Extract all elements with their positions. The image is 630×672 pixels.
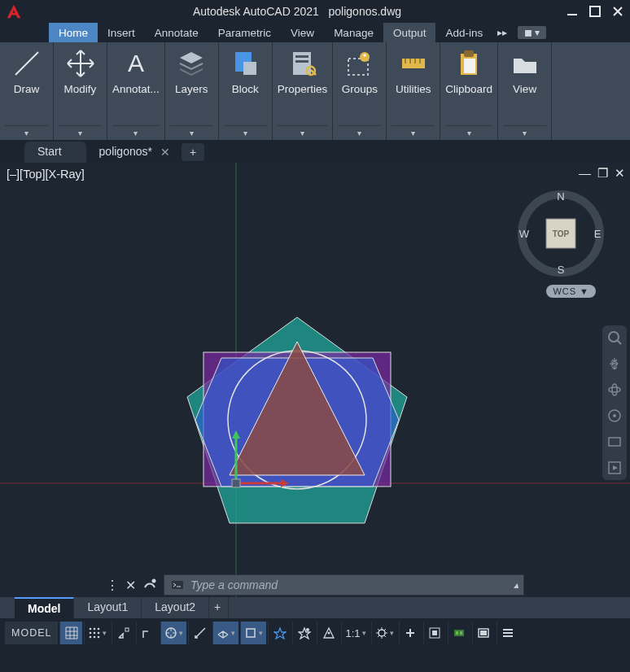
- hardware-icon[interactable]: [448, 622, 470, 644]
- panel-expand[interactable]: ▾: [112, 125, 160, 140]
- menu-annotate[interactable]: Annotate: [145, 23, 208, 42]
- iso-icon[interactable]: ▾: [212, 622, 238, 644]
- play-icon[interactable]: [606, 459, 623, 477]
- layout-tab-model[interactable]: Model: [15, 597, 74, 618]
- osnap-icon[interactable]: ▾: [240, 622, 266, 644]
- cmd-handle-icon[interactable]: ⋮: [106, 578, 119, 593]
- command-placeholder: Type a command: [190, 578, 278, 591]
- maximize-button[interactable]: [588, 4, 602, 19]
- cycle-icon[interactable]: 1:1▾: [341, 622, 369, 644]
- ribbon-panel-clipboard[interactable]: Clipboard ▾: [440, 42, 498, 140]
- svg-rect-17: [464, 50, 474, 57]
- autosnap-icon[interactable]: [268, 622, 291, 644]
- menu-output[interactable]: Output: [383, 23, 436, 42]
- showmotion-icon[interactable]: [606, 433, 623, 451]
- menu-home[interactable]: Home: [49, 23, 98, 42]
- ortho-icon[interactable]: ▾: [160, 622, 186, 644]
- plus-small-icon[interactable]: [399, 622, 422, 644]
- move-icon: [64, 47, 97, 80]
- polar-icon[interactable]: [188, 622, 211, 644]
- panel-expand[interactable]: ▾: [338, 125, 381, 140]
- wcs-selector[interactable]: WCS ▼: [546, 285, 596, 298]
- ribbon-label: Modify: [64, 83, 97, 95]
- menu-addins[interactable]: Add-ins: [435, 23, 492, 42]
- navcube-face: TOP: [553, 229, 570, 238]
- ribbon-label: Block: [232, 83, 259, 95]
- menu-overflow[interactable]: ▸▸ ◼ ▾: [497, 23, 546, 42]
- svg-rect-62: [480, 631, 487, 635]
- ribbon-panel-layers[interactable]: Layers ▾: [165, 42, 219, 140]
- steering-icon[interactable]: [606, 407, 623, 425]
- status-model-button[interactable]: MODEL: [5, 622, 58, 644]
- close-icon[interactable]: ✕: [160, 146, 170, 159]
- close-button[interactable]: [610, 4, 625, 19]
- ribbon-panel-modify[interactable]: Modify ▾: [54, 42, 107, 140]
- layout-tab-2[interactable]: Layout2: [142, 597, 209, 618]
- orbit-icon[interactable]: [606, 381, 623, 399]
- panel-expand[interactable]: ▾: [224, 125, 267, 140]
- grid-icon[interactable]: [59, 622, 82, 644]
- ribbon-panel-properties[interactable]: Properties ▾: [273, 42, 334, 140]
- gear-icon[interactable]: ▾: [371, 622, 397, 644]
- layout-tabs: Model Layout1 Layout2 +: [0, 597, 630, 618]
- panel-expand[interactable]: ▾: [392, 125, 435, 140]
- svg-rect-59: [432, 631, 437, 635]
- svg-rect-7: [295, 55, 308, 58]
- svg-rect-8: [295, 60, 308, 63]
- panel-expand[interactable]: ▾: [503, 125, 546, 140]
- lineweight-icon[interactable]: [292, 622, 315, 644]
- panel-expand[interactable]: ▾: [59, 125, 102, 140]
- svg-rect-52: [125, 628, 129, 631]
- tab-start[interactable]: Start: [24, 142, 86, 163]
- ribbon-panel-block[interactable]: Block ▾: [219, 42, 273, 140]
- layout-tab-1[interactable]: Layout1: [74, 597, 142, 618]
- view-cube[interactable]: N E S W TOP: [516, 189, 606, 278]
- pan-icon[interactable]: [606, 355, 623, 373]
- panel-expand[interactable]: ▾: [445, 125, 492, 140]
- navcube-n: N: [557, 190, 564, 203]
- text-A-icon: A: [120, 47, 152, 80]
- command-input[interactable]: Type a command ▴: [164, 574, 524, 596]
- viewport[interactable]: [–][Top][X-Ray] — ❐ ✕ N E: [0, 163, 630, 597]
- svg-marker-39: [613, 465, 618, 470]
- ribbon-panel-draw[interactable]: Draw ▾: [0, 42, 54, 140]
- panel-expand[interactable]: ▾: [5, 125, 48, 140]
- menu-parametric[interactable]: Parametric: [208, 23, 281, 42]
- panel-expand[interactable]: ▾: [170, 125, 213, 140]
- navigation-bar: [602, 325, 627, 480]
- svg-point-46: [90, 632, 92, 635]
- isolate-icon[interactable]: [423, 622, 446, 644]
- svg-rect-54: [247, 629, 255, 637]
- block-icon: [229, 47, 261, 80]
- cmd-close-icon[interactable]: ✕: [125, 578, 136, 593]
- cmd-customize-icon[interactable]: [142, 576, 157, 594]
- navcube-e: E: [594, 228, 602, 240]
- tab-file[interactable]: poligonos*✕: [86, 142, 177, 163]
- transparency-icon[interactable]: [317, 622, 339, 644]
- ribbon-panel-view[interactable]: View ▾: [498, 42, 552, 140]
- ribbon: Draw ▾ Modify ▾ A Annotat... ▾ Layers ▾ …: [0, 42, 630, 140]
- menu-view[interactable]: View: [281, 23, 324, 42]
- layout-tab-add[interactable]: +: [209, 597, 229, 618]
- cmd-history-icon[interactable]: ▴: [514, 579, 518, 591]
- menu-icon[interactable]: [497, 622, 519, 644]
- svg-rect-1: [590, 7, 600, 16]
- cmd-prompt-icon: [171, 578, 184, 591]
- menu-insert[interactable]: Insert: [98, 23, 145, 42]
- ribbon-panel-utilities[interactable]: Utilities ▾: [387, 42, 440, 140]
- snap-icon[interactable]: ▾: [84, 622, 110, 644]
- ribbon-label: Draw: [14, 83, 40, 95]
- zoom-extents-icon[interactable]: [606, 329, 623, 347]
- minimize-button[interactable]: [565, 4, 580, 19]
- svg-rect-0: [567, 14, 577, 15]
- ribbon-panel-annotation[interactable]: A Annotat... ▾: [107, 42, 165, 140]
- new-tab-button[interactable]: +: [182, 143, 204, 161]
- svg-text:A: A: [128, 50, 144, 76]
- menu-manage[interactable]: Manage: [324, 23, 383, 42]
- dynamic-icon[interactable]: [136, 622, 159, 644]
- ribbon-panel-groups[interactable]: Groups ▾: [333, 42, 387, 140]
- svg-point-40: [152, 579, 156, 583]
- clean-icon[interactable]: [472, 622, 495, 644]
- infer-icon[interactable]: [112, 622, 134, 644]
- panel-expand[interactable]: ▾: [278, 125, 328, 140]
